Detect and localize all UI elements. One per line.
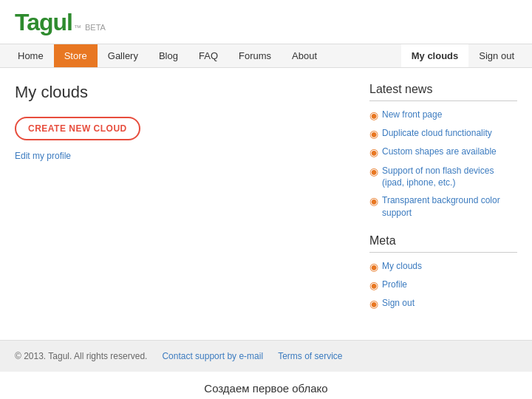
- news-bullet-5: ◉: [369, 194, 378, 208]
- nav-gallery[interactable]: Gallery: [98, 44, 149, 67]
- footer-contact-link[interactable]: Contact support by e-mail: [162, 351, 263, 361]
- news-bullet-3: ◉: [369, 146, 378, 159]
- logo-tm: ™: [74, 24, 81, 32]
- main-content: My clouds CREATE NEW CLOUD Edit my profi…: [0, 68, 532, 340]
- nav-sign-out[interactable]: Sign out: [468, 44, 525, 67]
- news-item-3[interactable]: ◉ Custom shapes are available: [369, 146, 517, 159]
- footer-copyright: © 2013. Tagul. All rights reserved.: [15, 351, 147, 361]
- news-item-4[interactable]: ◉ Support of non flash devices (ipad, ip…: [369, 165, 517, 190]
- nav-faq[interactable]: FAQ: [188, 44, 228, 67]
- meta-profile-link[interactable]: ◉ Profile: [369, 279, 517, 292]
- news-item-1[interactable]: ◉ New front page: [369, 109, 517, 122]
- news-item-3-text: Custom shapes are available: [382, 146, 497, 158]
- nav-my-clouds[interactable]: My clouds: [401, 44, 469, 67]
- footer: © 2013. Tagul. All rights reserved. Cont…: [0, 340, 532, 372]
- news-item-2[interactable]: ◉ Duplicate cloud functionality: [369, 127, 517, 140]
- latest-news-section: Latest news ◉ New front page ◉ Duplicate…: [369, 83, 517, 219]
- nav-spacer: [327, 44, 401, 67]
- caption: Создаем первое облако: [0, 372, 532, 399]
- meta-sign-out-link[interactable]: ◉ Sign out: [369, 297, 517, 310]
- news-item-5[interactable]: ◉ Transparent background color support: [369, 194, 517, 219]
- logo: Tagul™ BETA: [15, 9, 106, 36]
- content-area: My clouds CREATE NEW CLOUD Edit my profi…: [15, 83, 347, 325]
- meta-bullet-2: ◉: [369, 279, 378, 292]
- create-new-cloud-button[interactable]: CREATE NEW CLOUD: [15, 117, 140, 140]
- meta-item-3-text: Sign out: [382, 297, 415, 310]
- news-item-5-text: Transparent background color support: [382, 194, 517, 219]
- news-item-1-text: New front page: [382, 109, 442, 121]
- logo-beta: BETA: [85, 23, 106, 32]
- news-item-4-text: Support of non flash devices (ipad, ipho…: [382, 165, 517, 190]
- meta-item-1-text: My clouds: [382, 260, 422, 273]
- nav-store[interactable]: Store: [54, 44, 98, 67]
- nav-blog[interactable]: Blog: [149, 44, 188, 67]
- main-nav: Home Store Gallery Blog FAQ Forums About…: [0, 44, 532, 68]
- meta-title: Meta: [369, 234, 517, 253]
- sidebar: Latest news ◉ New front page ◉ Duplicate…: [369, 83, 517, 325]
- header: Tagul™ BETA: [0, 0, 532, 44]
- page-title: My clouds: [15, 83, 347, 102]
- edit-profile-link[interactable]: Edit my profile: [15, 151, 347, 161]
- news-bullet-1: ◉: [369, 109, 378, 122]
- footer-terms-link[interactable]: Terms of service: [278, 351, 342, 361]
- latest-news-title: Latest news: [369, 83, 517, 101]
- nav-home[interactable]: Home: [7, 44, 54, 67]
- caption-text: Создаем первое облако: [204, 382, 327, 395]
- meta-bullet-1: ◉: [369, 260, 378, 273]
- meta-my-clouds-link[interactable]: ◉ My clouds: [369, 260, 517, 273]
- meta-bullet-3: ◉: [369, 297, 378, 310]
- meta-item-2-text: Profile: [382, 279, 407, 291]
- nav-about[interactable]: About: [282, 44, 327, 67]
- news-item-2-text: Duplicate cloud functionality: [382, 127, 492, 140]
- news-bullet-2: ◉: [369, 127, 378, 140]
- nav-forums[interactable]: Forums: [228, 44, 282, 67]
- meta-section: Meta ◉ My clouds ◉ Profile ◉ Sign out: [369, 234, 517, 311]
- news-bullet-4: ◉: [369, 165, 378, 178]
- logo-tagul-text: Tagul: [15, 9, 72, 36]
